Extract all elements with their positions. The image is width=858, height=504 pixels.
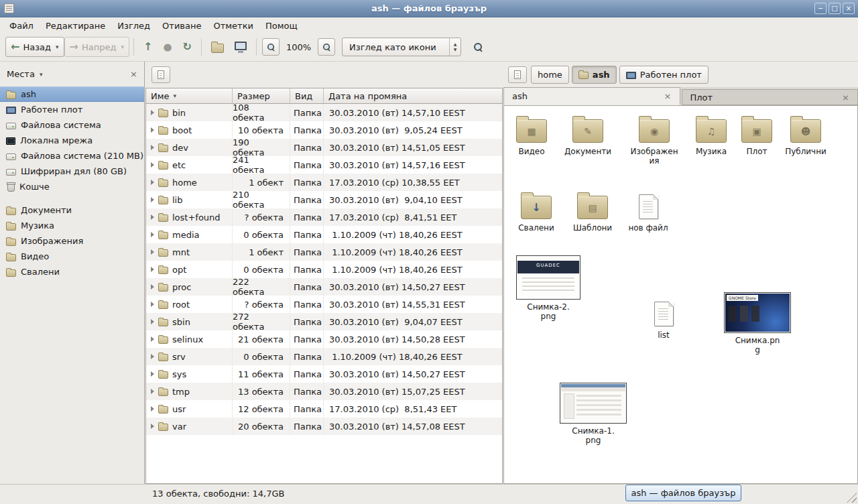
file-icon[interactable]: ↓Свалени [512,186,560,233]
table-row[interactable]: proc222 обектаПапка30.03.2010 (вт) 14,50… [146,278,502,296]
close-button[interactable]: × [843,3,855,14]
tab-close-icon[interactable]: × [664,91,672,101]
sidebar-item[interactable]: Работен плот [0,102,144,117]
menu-item[interactable]: Отиване [156,19,207,33]
file-icon[interactable]: нов файл [624,186,672,233]
view-mode-select[interactable]: Изглед като икони ▲▼ [342,38,461,56]
expander-icon[interactable] [151,336,154,342]
expander-icon[interactable] [151,249,154,255]
sidebar-item[interactable]: Файлова система (210 MB) [0,148,144,164]
table-row[interactable]: media0 обектаПапка 1.10.2009 (чт) 18,40,… [146,226,502,243]
location-toggle-button[interactable] [151,66,170,83]
table-row[interactable]: etc241 обектаПапка30.03.2010 (вт) 14,57,… [146,156,502,174]
column-header[interactable]: Вид [290,88,324,104]
back-button[interactable]: ← Назад ▾ [5,37,64,57]
expander-icon[interactable] [151,214,154,220]
column-header[interactable]: Размер [233,88,290,104]
sidebar-item[interactable]: Изображения [0,233,144,249]
titlebar[interactable]: ash — файлов браузър ─ □ × [0,0,858,17]
menu-item[interactable]: Помощ [259,19,304,33]
location-toggle-button[interactable] [508,66,527,83]
table-row[interactable]: selinux21 обектаПапка30.03.2010 (вт) 14,… [146,330,502,348]
sidebar-title[interactable]: Места [7,69,35,79]
sidebar-item[interactable]: Свалени [0,264,144,279]
table-row[interactable]: usr12 обектаПапка17.03.2010 (ср) 8,51,43… [146,400,502,418]
file-icon[interactable]: ▣Плот [733,109,781,156]
computer-button[interactable] [229,37,252,57]
sidebar-item[interactable]: Видео [0,249,144,264]
expander-icon[interactable] [151,389,154,394]
menu-item[interactable]: Отметки [207,19,259,33]
sidebar-item[interactable]: Файлова система [0,117,144,133]
tab[interactable]: Плот× [682,89,858,105]
table-row[interactable]: mnt1 обектПапка 1.10.2009 (чт) 18,40,26 … [146,243,502,261]
expander-icon[interactable] [151,180,154,185]
table-row[interactable]: tmp13 обектаПапка30.03.2010 (вт) 15,07,2… [146,383,502,400]
table-row[interactable]: lost+found? обектаПапка17.03.2010 (ср) 8… [146,208,502,226]
up-button[interactable]: ↑ [138,37,158,57]
column-header[interactable]: Дата на промяна [324,88,502,104]
file-icon[interactable]: list [639,293,688,340]
spinner-arrows-icon[interactable]: ▲▼ [449,38,461,56]
expander-icon[interactable] [151,284,154,290]
table-row[interactable]: root? обектаПапка30.03.2010 (вт) 14,55,3… [146,296,502,313]
file-icon[interactable]: GNOME StoreСнимка.png [721,292,794,355]
tab[interactable]: ash× [503,87,680,105]
table-row[interactable]: bin108 обектаПапка30.03.2010 (вт) 14,57,… [146,104,502,121]
stop-button[interactable]: ● [158,37,177,57]
file-icon[interactable]: ✎Документи [564,109,612,156]
expander-icon[interactable] [151,267,154,272]
table-row[interactable]: lib210 обектаПапка30.03.2010 (вт) 9,04,1… [146,191,502,208]
table-row[interactable]: srv0 обектаПапка 1.10.2009 (чт) 18,40,26… [146,348,502,365]
sidebar-close-icon[interactable]: × [130,69,137,79]
places-dropdown-icon[interactable]: ▾ [40,71,43,78]
expander-icon[interactable] [151,302,154,307]
zoom-in-button[interactable] [318,38,335,56]
forward-button[interactable]: → Напред ▾ [64,37,129,57]
expander-icon[interactable] [151,232,154,237]
back-dropdown-icon[interactable]: ▾ [56,44,59,50]
sidebar-item[interactable]: Кошче [0,179,144,194]
expander-icon[interactable] [151,197,154,202]
menu-item[interactable]: Изглед [111,19,156,33]
table-row[interactable]: dev190 обектаПапка30.03.2010 (вт) 14,51,… [146,139,502,156]
expander-icon[interactable] [151,371,154,377]
sidebar-item[interactable]: Шифриран дял (80 GB) [0,164,144,179]
taskbar-window-button[interactable]: ash — файлов браузър [625,485,741,501]
table-row[interactable]: sbin272 обектаПапка30.03.2010 (вт) 9,04,… [146,313,502,330]
file-icon[interactable]: ▤Шаблони [568,186,617,233]
zoom-out-button[interactable] [262,38,280,56]
sidebar-item[interactable]: Документи [0,202,144,218]
file-icon[interactable]: GUADECСнимка-2.png [511,255,585,322]
menu-item[interactable]: Файл [3,19,40,33]
search-button[interactable] [468,37,488,57]
file-icon[interactable]: ◉Изображения [629,109,680,166]
path-button[interactable]: Работен плот [619,66,709,84]
expander-icon[interactable] [151,354,154,359]
sidebar-item[interactable]: Музика [0,218,144,233]
sidebar-item[interactable]: ash [0,86,144,102]
expander-icon[interactable] [151,319,154,324]
resize-grip[interactable] [847,493,857,503]
menu-item[interactable]: Редактиране [40,19,111,33]
path-button[interactable]: home [531,66,569,84]
tab-close-icon[interactable]: × [842,92,849,103]
table-row[interactable]: home1 обектПапка17.03.2010 (ср) 10,38,55… [146,174,502,191]
expander-icon[interactable] [151,424,154,429]
file-icon[interactable]: ☻Публични [782,109,830,156]
minimize-button[interactable]: ─ [814,3,826,14]
file-icon[interactable]: ♫Музика [687,109,735,156]
icon-view[interactable]: ▦Видео✎Документи◉Изображения♫Музика▣Плот… [503,105,858,484]
file-icon[interactable]: Снимка-1.png [556,383,630,446]
table-row[interactable]: boot10 обектаПапка30.03.2010 (вт) 9,05,2… [146,121,502,139]
expander-icon[interactable] [151,110,154,115]
sidebar-item[interactable]: Локална мрежа [0,133,144,148]
home-button[interactable] [206,37,229,57]
expander-icon[interactable] [151,127,154,133]
table-row[interactable]: var20 обектаПапка30.03.2010 (вт) 14,57,0… [146,418,502,435]
table-row[interactable]: sys11 обектаПапка30.03.2010 (вт) 14,50,2… [146,365,502,383]
file-icon[interactable]: ▦Видео [507,109,556,156]
column-header[interactable]: Име▾ [146,88,233,104]
table-row[interactable]: opt0 обектаПапка 1.10.2009 (чт) 18,40,26… [146,261,502,278]
expander-icon[interactable] [151,145,154,150]
